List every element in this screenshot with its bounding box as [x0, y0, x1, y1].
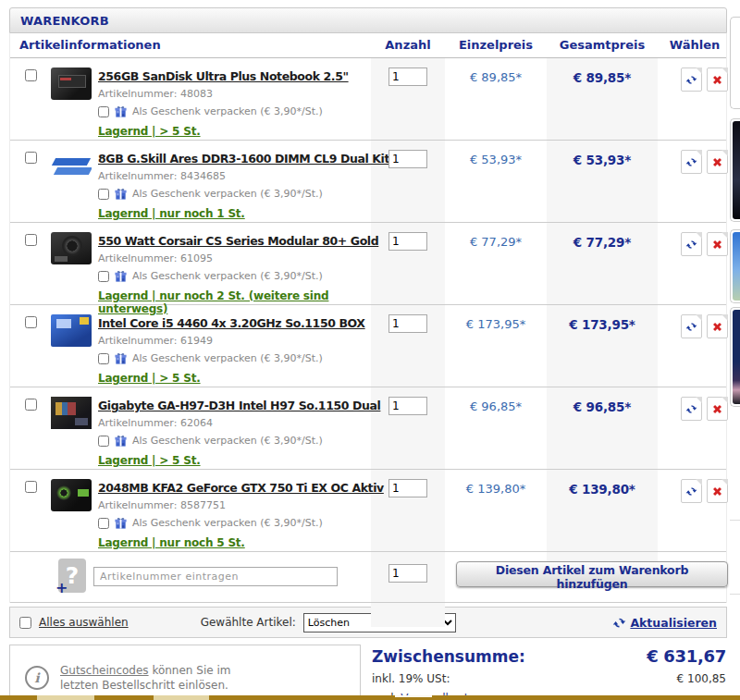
- column-header-unit-price: Einzelpreis: [445, 38, 547, 52]
- total-price: € 77,29*: [547, 235, 658, 250]
- gift-icon: [114, 187, 128, 201]
- item-info: Gigabyte GA-H97-D3H Intel H97 So.1150 Du…: [98, 396, 385, 468]
- product-thumbnail[interactable]: [51, 314, 92, 347]
- item-info: 256GB SanDisk Ultra Plus Notebook 2.5" A…: [98, 67, 385, 139]
- article-number-input[interactable]: [93, 567, 338, 586]
- row-actions: [658, 150, 731, 174]
- item-select-checkbox[interactable]: [25, 152, 37, 164]
- row-actions: [658, 232, 731, 256]
- gift-wrap-checkbox[interactable]: [98, 353, 109, 364]
- sidebar-product-fragment[interactable]: [730, 307, 740, 407]
- quantity-input[interactable]: [388, 232, 427, 251]
- item-select-checkbox[interactable]: [25, 481, 37, 493]
- quantity-input[interactable]: [388, 68, 427, 86]
- update-item-button[interactable]: [681, 479, 702, 503]
- stock-status-link[interactable]: Lagernd | > 5 St.: [98, 454, 201, 467]
- update-item-button[interactable]: [681, 150, 702, 174]
- cart-table: Artikelinformationen Anzahl Einzelpreis …: [9, 33, 727, 603]
- gift-wrap-checkbox[interactable]: [98, 436, 109, 447]
- update-item-button[interactable]: [681, 68, 702, 92]
- product-title-link[interactable]: 550 Watt Corsair CS Series Modular 80+ G…: [98, 234, 378, 248]
- delete-item-button[interactable]: [707, 479, 728, 503]
- unit-price: € 96,85*: [445, 399, 547, 413]
- article-number-label: Artikelnummer:: [98, 417, 177, 429]
- bottom-section-edge: [0, 695, 740, 700]
- delete-item-button[interactable]: [707, 68, 728, 92]
- quantity-input[interactable]: [388, 397, 427, 415]
- qty-cell: [371, 231, 445, 251]
- quantity-input[interactable]: [388, 150, 427, 168]
- sidebar-product-fragment[interactable]: [730, 17, 740, 109]
- gift-icon: [114, 104, 128, 118]
- plus-icon: +: [56, 579, 68, 596]
- item-select-checkbox[interactable]: [25, 234, 37, 246]
- cart-item-row: Gigabyte GA-H97-D3H Intel H97 So.1150 Du…: [10, 387, 726, 470]
- product-thumbnail[interactable]: [51, 397, 92, 429]
- update-item-button[interactable]: [681, 232, 702, 256]
- add-to-cart-button[interactable]: Diesen Artikel zum Warenkorb hinzufügen: [456, 561, 728, 587]
- gift-icon: [114, 351, 128, 365]
- stock-status-link[interactable]: Lagernd | nur noch 5 St.: [98, 536, 245, 549]
- add-quantity-input[interactable]: [388, 564, 427, 583]
- vat-line: inkl. 19% USt: € 100,85: [372, 672, 726, 685]
- article-number-label: Artikelnummer:: [98, 252, 177, 264]
- quantity-input[interactable]: [388, 314, 427, 333]
- article-number: Artikelnummer: 8587751: [98, 499, 385, 511]
- update-item-button[interactable]: [681, 397, 702, 421]
- strip-segment: [395, 695, 432, 697]
- article-number-label: Artikelnummer:: [98, 88, 177, 100]
- item-select-checkbox[interactable]: [25, 69, 37, 81]
- delete-item-button[interactable]: [707, 232, 728, 256]
- stock-status-link[interactable]: Lagernd | > 5 St.: [98, 125, 201, 138]
- product-thumbnail[interactable]: [51, 150, 92, 182]
- total-price: € 139,80*: [547, 482, 658, 497]
- delete-item-button[interactable]: [707, 150, 728, 174]
- product-thumbnail[interactable]: [51, 68, 92, 100]
- gift-wrap-checkbox[interactable]: [98, 189, 109, 200]
- update-item-button[interactable]: [681, 314, 702, 338]
- item-select-checkbox[interactable]: [25, 316, 37, 328]
- page-title: WARENKORB: [20, 14, 109, 28]
- column-header-info: Artikelinformationen: [19, 38, 161, 52]
- delete-item-button[interactable]: [707, 314, 728, 338]
- vat-value: € 100,85: [677, 672, 726, 685]
- gift-wrap-checkbox[interactable]: [98, 271, 109, 282]
- sidebar-product-fragment[interactable]: [730, 229, 740, 303]
- product-title-link[interactable]: 256GB SanDisk Ultra Plus Notebook 2.5": [98, 69, 349, 83]
- product-title-link[interactable]: 8GB G.Skill Ares DDR3-1600 DIMM CL9 Dual…: [98, 152, 389, 166]
- article-number-value: 8587751: [180, 499, 226, 511]
- voucher-codes-link[interactable]: Gutscheincodes: [60, 664, 149, 677]
- refresh-cart-link[interactable]: Aktualisieren: [612, 616, 717, 630]
- stock-status-link[interactable]: Lagernd | > 5 St.: [98, 372, 201, 385]
- product-thumbnail[interactable]: [51, 232, 92, 264]
- gift-wrap-checkbox[interactable]: [98, 518, 109, 529]
- warenkorb-page: WARENKORB Artikelinformationen Anzahl Ei…: [0, 0, 740, 700]
- product-title-link[interactable]: 2048MB KFA2 GeForce GTX 750 Ti EX OC Akt…: [98, 481, 384, 495]
- delete-item-button[interactable]: [707, 397, 728, 421]
- voucher-info-box: i Gutscheincodes können Sie im letzten B…: [9, 645, 361, 700]
- article-number-value: 61095: [180, 252, 213, 264]
- add-qty-cell: [371, 563, 445, 583]
- item-select-checkbox[interactable]: [25, 399, 37, 411]
- select-all-checkbox[interactable]: [19, 617, 31, 629]
- gift-wrap-checkbox[interactable]: [98, 106, 109, 117]
- article-number: Artikelnummer: 61949: [98, 335, 385, 347]
- gift-wrap-row: Als Geschenk verpacken (€ 3,90*/St.): [98, 104, 385, 118]
- unit-price: € 77,29*: [445, 235, 547, 249]
- quantity-input[interactable]: [388, 479, 427, 497]
- update-icon: [685, 239, 697, 251]
- product-title-link[interactable]: Gigabyte GA-H97-D3H Intel H97 So.1150 Du…: [98, 399, 380, 412]
- sidebar-product-fragment[interactable]: [730, 118, 740, 222]
- stock-status-link[interactable]: Lagernd | nur noch 1 St.: [98, 207, 245, 220]
- refresh-icon: [612, 616, 626, 630]
- delete-icon: [711, 156, 723, 168]
- refresh-label: Aktualisieren: [630, 616, 717, 630]
- gift-wrap-row: Als Geschenk verpacken (€ 3,90*/St.): [98, 351, 385, 365]
- strip-segment: [37, 695, 94, 700]
- gift-wrap-label: Als Geschenk verpacken (€ 3,90*/St.): [132, 352, 323, 364]
- item-info: 2048MB KFA2 GeForce GTX 750 Ti EX OC Akt…: [98, 478, 385, 550]
- subtotal-line: Zwischensumme: € 631,67: [372, 646, 726, 666]
- product-title-link[interactable]: Intel Core i5 4460 4x 3.20GHz So.1150 BO…: [98, 316, 365, 330]
- product-thumbnail[interactable]: [51, 479, 92, 511]
- select-all-link[interactable]: Alles auswählen: [39, 616, 129, 629]
